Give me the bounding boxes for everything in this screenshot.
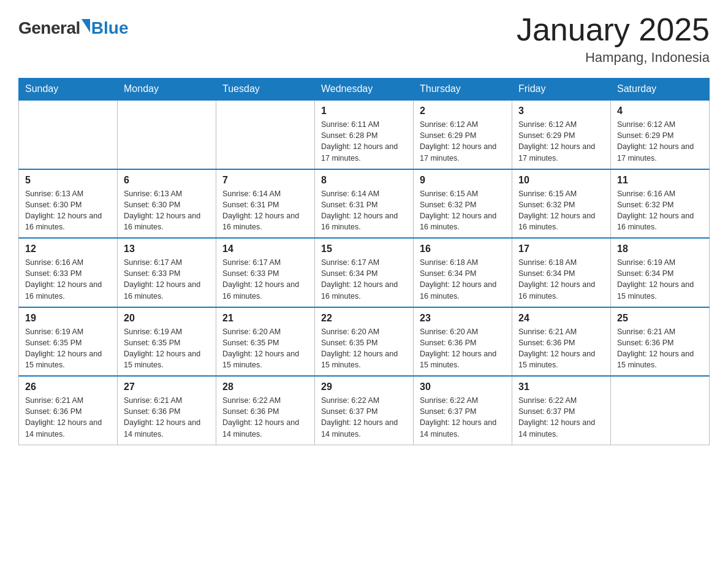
- calendar-cell: [19, 100, 118, 169]
- day-number: 21: [222, 313, 308, 324]
- calendar-cell: 18Sunrise: 6:19 AM Sunset: 6:34 PM Dayli…: [611, 238, 710, 307]
- day-number: 20: [124, 313, 210, 324]
- day-info: Sunrise: 6:19 AM Sunset: 6:35 PM Dayligh…: [124, 326, 210, 371]
- day-info: Sunrise: 6:21 AM Sunset: 6:36 PM Dayligh…: [617, 326, 703, 371]
- day-number: 23: [420, 313, 506, 324]
- day-number: 5: [25, 175, 111, 186]
- calendar-week-row: 26Sunrise: 6:21 AM Sunset: 6:36 PM Dayli…: [19, 376, 710, 445]
- calendar-header-saturday: Saturday: [611, 79, 710, 101]
- calendar-cell: 4Sunrise: 6:12 AM Sunset: 6:29 PM Daylig…: [611, 100, 710, 169]
- logo-triangle-icon: [82, 19, 90, 33]
- day-info: Sunrise: 6:22 AM Sunset: 6:36 PM Dayligh…: [222, 395, 308, 440]
- logo: General Blue: [18, 18, 128, 38]
- calendar-cell: [118, 100, 216, 169]
- day-number: 25: [617, 313, 703, 324]
- day-info: Sunrise: 6:16 AM Sunset: 6:33 PM Dayligh…: [25, 257, 111, 302]
- day-info: Sunrise: 6:21 AM Sunset: 6:36 PM Dayligh…: [25, 395, 111, 440]
- day-number: 30: [420, 381, 506, 393]
- day-info: Sunrise: 6:12 AM Sunset: 6:29 PM Dayligh…: [617, 119, 703, 164]
- day-number: 31: [518, 381, 604, 393]
- calendar-cell: 27Sunrise: 6:21 AM Sunset: 6:36 PM Dayli…: [118, 376, 216, 445]
- day-number: 17: [518, 243, 604, 255]
- day-number: 28: [222, 381, 308, 393]
- day-info: Sunrise: 6:14 AM Sunset: 6:31 PM Dayligh…: [222, 188, 308, 233]
- calendar-cell: 14Sunrise: 6:17 AM Sunset: 6:33 PM Dayli…: [216, 238, 315, 307]
- day-info: Sunrise: 6:14 AM Sunset: 6:31 PM Dayligh…: [321, 188, 407, 233]
- calendar-cell: 16Sunrise: 6:18 AM Sunset: 6:34 PM Dayli…: [414, 238, 512, 307]
- calendar-header-sunday: Sunday: [19, 79, 118, 101]
- day-number: 2: [420, 105, 506, 117]
- calendar-cell: 6Sunrise: 6:13 AM Sunset: 6:30 PM Daylig…: [118, 169, 216, 239]
- day-info: Sunrise: 6:22 AM Sunset: 6:37 PM Dayligh…: [420, 395, 506, 440]
- day-info: Sunrise: 6:18 AM Sunset: 6:34 PM Dayligh…: [518, 257, 604, 302]
- calendar-header-wednesday: Wednesday: [315, 79, 414, 101]
- day-number: 14: [222, 243, 308, 255]
- day-number: 12: [25, 243, 111, 255]
- calendar-cell: 25Sunrise: 6:21 AM Sunset: 6:36 PM Dayli…: [611, 307, 710, 377]
- calendar-table: SundayMondayTuesdayWednesdayThursdayFrid…: [18, 78, 710, 445]
- day-info: Sunrise: 6:15 AM Sunset: 6:32 PM Dayligh…: [420, 188, 506, 233]
- day-number: 29: [321, 381, 407, 393]
- calendar-cell: [611, 376, 710, 445]
- day-number: 19: [25, 313, 111, 324]
- day-info: Sunrise: 6:12 AM Sunset: 6:29 PM Dayligh…: [518, 119, 604, 164]
- day-info: Sunrise: 6:13 AM Sunset: 6:30 PM Dayligh…: [25, 188, 111, 233]
- day-number: 9: [420, 175, 506, 186]
- calendar-week-row: 19Sunrise: 6:19 AM Sunset: 6:35 PM Dayli…: [19, 307, 710, 377]
- day-info: Sunrise: 6:20 AM Sunset: 6:35 PM Dayligh…: [222, 326, 308, 371]
- calendar-cell: 20Sunrise: 6:19 AM Sunset: 6:35 PM Dayli…: [118, 307, 216, 377]
- day-info: Sunrise: 6:11 AM Sunset: 6:28 PM Dayligh…: [321, 119, 407, 164]
- calendar-cell: [216, 100, 315, 169]
- day-number: 18: [617, 243, 703, 255]
- logo-general-text: General: [18, 18, 80, 38]
- day-number: 4: [617, 105, 703, 117]
- calendar-week-row: 12Sunrise: 6:16 AM Sunset: 6:33 PM Dayli…: [19, 238, 710, 307]
- day-info: Sunrise: 6:16 AM Sunset: 6:32 PM Dayligh…: [617, 188, 703, 233]
- day-number: 16: [420, 243, 506, 255]
- calendar-cell: 1Sunrise: 6:11 AM Sunset: 6:28 PM Daylig…: [315, 100, 414, 169]
- calendar-cell: 29Sunrise: 6:22 AM Sunset: 6:37 PM Dayli…: [315, 376, 414, 445]
- day-info: Sunrise: 6:17 AM Sunset: 6:33 PM Dayligh…: [222, 257, 308, 302]
- day-info: Sunrise: 6:21 AM Sunset: 6:36 PM Dayligh…: [124, 395, 210, 440]
- day-info: Sunrise: 6:20 AM Sunset: 6:35 PM Dayligh…: [321, 326, 407, 371]
- calendar-cell: 22Sunrise: 6:20 AM Sunset: 6:35 PM Dayli…: [315, 307, 414, 377]
- day-number: 26: [25, 381, 111, 393]
- day-number: 22: [321, 313, 407, 324]
- day-info: Sunrise: 6:22 AM Sunset: 6:37 PM Dayligh…: [321, 395, 407, 440]
- calendar-cell: 17Sunrise: 6:18 AM Sunset: 6:34 PM Dayli…: [512, 238, 611, 307]
- day-info: Sunrise: 6:19 AM Sunset: 6:35 PM Dayligh…: [25, 326, 111, 371]
- calendar-cell: 23Sunrise: 6:20 AM Sunset: 6:36 PM Dayli…: [414, 307, 512, 377]
- calendar-cell: 5Sunrise: 6:13 AM Sunset: 6:30 PM Daylig…: [19, 169, 118, 239]
- calendar-header-thursday: Thursday: [414, 79, 512, 101]
- day-info: Sunrise: 6:19 AM Sunset: 6:34 PM Dayligh…: [617, 257, 703, 302]
- calendar-week-row: 5Sunrise: 6:13 AM Sunset: 6:30 PM Daylig…: [19, 169, 710, 239]
- day-info: Sunrise: 6:12 AM Sunset: 6:29 PM Dayligh…: [420, 119, 506, 164]
- day-number: 8: [321, 175, 407, 186]
- day-info: Sunrise: 6:18 AM Sunset: 6:34 PM Dayligh…: [420, 257, 506, 302]
- calendar-cell: 19Sunrise: 6:19 AM Sunset: 6:35 PM Dayli…: [19, 307, 118, 377]
- calendar-cell: 15Sunrise: 6:17 AM Sunset: 6:34 PM Dayli…: [315, 238, 414, 307]
- day-info: Sunrise: 6:20 AM Sunset: 6:36 PM Dayligh…: [420, 326, 506, 371]
- day-number: 1: [321, 105, 407, 117]
- calendar-cell: 8Sunrise: 6:14 AM Sunset: 6:31 PM Daylig…: [315, 169, 414, 239]
- calendar-cell: 28Sunrise: 6:22 AM Sunset: 6:36 PM Dayli…: [216, 376, 315, 445]
- location-title: Hampang, Indonesia: [517, 50, 710, 66]
- calendar-cell: 12Sunrise: 6:16 AM Sunset: 6:33 PM Dayli…: [19, 238, 118, 307]
- day-info: Sunrise: 6:22 AM Sunset: 6:37 PM Dayligh…: [518, 395, 604, 440]
- day-number: 3: [518, 105, 604, 117]
- day-info: Sunrise: 6:15 AM Sunset: 6:32 PM Dayligh…: [518, 188, 604, 233]
- day-number: 7: [222, 175, 308, 186]
- calendar-header-row: SundayMondayTuesdayWednesdayThursdayFrid…: [19, 79, 710, 101]
- day-info: Sunrise: 6:21 AM Sunset: 6:36 PM Dayligh…: [518, 326, 604, 371]
- logo-blue-text: Blue: [91, 18, 129, 38]
- day-number: 27: [124, 381, 210, 393]
- calendar-cell: 24Sunrise: 6:21 AM Sunset: 6:36 PM Dayli…: [512, 307, 611, 377]
- calendar-cell: 31Sunrise: 6:22 AM Sunset: 6:37 PM Dayli…: [512, 376, 611, 445]
- month-title: January 2025: [517, 12, 710, 47]
- calendar-cell: 7Sunrise: 6:14 AM Sunset: 6:31 PM Daylig…: [216, 169, 315, 239]
- calendar-cell: 10Sunrise: 6:15 AM Sunset: 6:32 PM Dayli…: [512, 169, 611, 239]
- calendar-week-row: 1Sunrise: 6:11 AM Sunset: 6:28 PM Daylig…: [19, 100, 710, 169]
- calendar-cell: 11Sunrise: 6:16 AM Sunset: 6:32 PM Dayli…: [611, 169, 710, 239]
- calendar-cell: 3Sunrise: 6:12 AM Sunset: 6:29 PM Daylig…: [512, 100, 611, 169]
- day-number: 11: [617, 175, 703, 186]
